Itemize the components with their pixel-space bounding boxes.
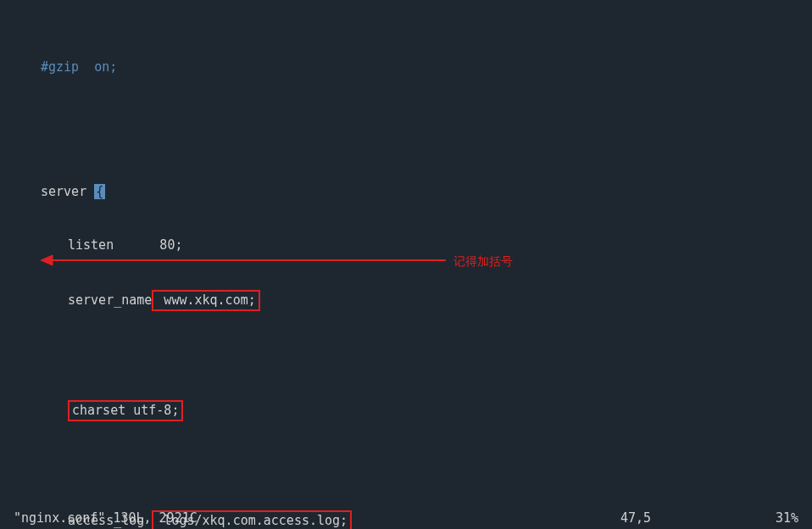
- highlight-box: charset utf-8;: [68, 400, 183, 421]
- annotation-arrow-icon: [41, 252, 448, 269]
- blank-line: [0, 112, 812, 130]
- code-line: #gzip on;: [0, 58, 812, 76]
- status-cursor-pos: 47,5: [620, 510, 748, 526]
- code-line: server_name www.xkq.com;: [0, 290, 812, 311]
- code-line: charset utf-8;: [0, 400, 812, 421]
- blank-line: [0, 457, 812, 475]
- vim-status-bar: "nginx.conf" 130L, 2921C 47,5 31%: [14, 510, 798, 526]
- svg-marker-1: [41, 255, 53, 265]
- annotation-text: 记得加括号: [453, 253, 513, 270]
- status-file-info: "nginx.conf" 130L, 2921C: [14, 510, 620, 526]
- code-line: server {: [0, 183, 812, 201]
- comment-text: #gzip on;: [41, 59, 117, 75]
- code-editor[interactable]: #gzip on; server { listen 80; server_nam…: [0, 0, 812, 529]
- server-keyword: server: [41, 184, 94, 199]
- blank-line: [0, 347, 812, 365]
- status-scroll-pct: 31%: [748, 510, 798, 526]
- highlight-box: www.xkq.com;: [152, 290, 259, 311]
- cursor-brace: {: [94, 184, 105, 199]
